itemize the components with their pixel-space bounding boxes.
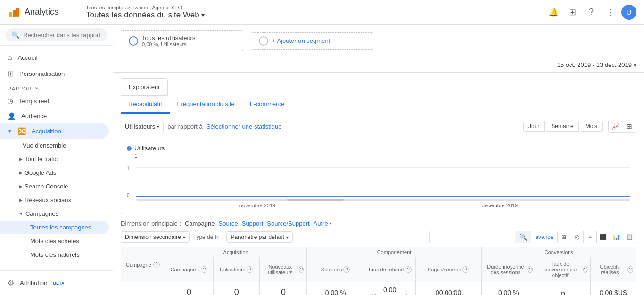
utilisateurs-info-icon[interactable]: ? [201, 266, 207, 273]
apps-icon-btn[interactable]: ⊞ [565, 5, 580, 20]
table-search-input[interactable] [430, 232, 515, 242]
chart-line-view-btn[interactable]: 📈 [608, 120, 622, 133]
sidebar-search-input[interactable] [23, 32, 101, 39]
pages-session-info-icon[interactable]: ? [405, 266, 412, 273]
time-btn-mois[interactable]: Mois [581, 121, 603, 132]
duree-value: 00:00:00 [419, 289, 479, 295]
utilisateurs-sort-icon: ↓ [197, 267, 199, 272]
sidebar-item-toutes-campagnes[interactable]: Toutes les campagnes [0, 221, 109, 234]
table-view-btn-5[interactable]: 📊 [610, 231, 623, 243]
svg-text:1: 1 [127, 166, 130, 171]
tab-frequentation[interactable]: Fréquentation du site [170, 96, 242, 114]
tab-ecommerce[interactable]: E-commerce [242, 96, 292, 114]
sidebar-item-attribution[interactable]: ⚙ Attribution BETA [0, 275, 113, 291]
tab-recapitulatif[interactable]: Récapitulatif [121, 96, 170, 114]
th-objectifs: Taux de conversion par objectif ? [536, 257, 590, 282]
notification-icon-btn[interactable]: 🔔 [546, 5, 561, 20]
table-view-btn-3[interactable]: ≡ [584, 231, 597, 243]
td-taux-conv: 0,00 % Valeur moy. pour la vue: 0,00 % (… [481, 282, 536, 295]
table-view-btn-6[interactable]: 📋 [623, 231, 636, 243]
table-row: 0 % du total: 0,00 % (6827) 0 % du total… [121, 282, 636, 295]
th-utilisateurs[interactable]: Campagne ↓ ? [165, 257, 213, 282]
sidebar-search-icon: 🔍 [11, 31, 19, 39]
explorer-tab[interactable]: Explorateur [121, 78, 168, 96]
sort-selector[interactable]: Paramètre par défaut ▾ [226, 231, 292, 243]
sidebar-item-vue-ensemble[interactable]: Vue d'ensemble [0, 139, 113, 152]
time-btn-jour[interactable]: Jour [523, 121, 545, 132]
date-range-selector[interactable]: 15 oct. 2019 - 13 déc. 2019 ▾ [557, 61, 636, 68]
taux-rebond-info-icon[interactable]: ? [343, 266, 350, 273]
search-console-arrow: ▶ [19, 184, 23, 189]
chart-metric-label: Utilisateurs [134, 145, 165, 152]
sidebar-item-search-console[interactable]: ▶ Search Console [0, 180, 113, 193]
table-view-btn-1[interactable]: ⊞ [557, 231, 570, 243]
chart-month-1: novembre 2019 [239, 203, 275, 208]
select-stat-link[interactable]: Sélectionner une statistique [206, 123, 282, 130]
sidebar-item-audience[interactable]: 👤 Audience [0, 108, 113, 123]
td-utilisateurs: 0 % du total: 0,00 % (6827) [165, 282, 213, 295]
sidebar-item-acquisition[interactable]: ▼ 🔀 Acquisition [0, 123, 109, 139]
metric-selector[interactable]: Utilisateurs ▾ [121, 121, 164, 132]
breadcrumb-dropdown-icon: ▾ [201, 11, 205, 19]
sidebar-item-temps-reel[interactable]: ◷ Temps réel [0, 93, 113, 108]
avance-link[interactable]: avancé [535, 234, 553, 240]
dim-source[interactable]: Source [219, 220, 238, 227]
dim-campagne[interactable]: Campagne [185, 220, 215, 227]
campagnes-arrow: ▼ [19, 211, 24, 216]
sidebar-item-personnalisation[interactable]: ⊞ Personnalisation [0, 66, 113, 82]
content-area: Tous les utilisateurs 0,00 %, Utilisateu… [113, 25, 644, 295]
sidebar-item-campagnes[interactable]: ▼ Campagnes [0, 207, 113, 221]
taux-conv-info-icon[interactable]: ? [528, 266, 532, 273]
help-icon-btn[interactable]: ? [584, 5, 599, 20]
sort-arrow: ▾ [286, 235, 289, 240]
th-sessions: Nouveaux utilisateurs ? [260, 257, 307, 282]
taux-rebond-value: 0,00 % [310, 289, 361, 295]
td-objectifs: 0 % du total: 0,00 % (0) [536, 282, 590, 295]
dim-source-support[interactable]: Source/Support [267, 220, 309, 227]
avatar[interactable]: U [621, 5, 636, 20]
th-pages-session: Taux de rebond ? [364, 257, 415, 282]
sidebar-item-reseaux-sociaux[interactable]: ▶ Réseaux sociaux [0, 193, 113, 207]
sidebar-item-tout-trafic[interactable]: ▶ Tout le trafic [0, 152, 113, 166]
svg-rect-2 [16, 8, 19, 17]
dim-support[interactable]: Support [242, 220, 264, 227]
segment-1[interactable]: Tous les utilisateurs 0,00 %, Utilisateu… [121, 30, 243, 51]
segment-add[interactable]: + Ajouter un segment [251, 32, 373, 50]
tout-trafic-arrow: ▶ [19, 156, 23, 162]
dimension-secondaire-selector[interactable]: Dimension secondaire ▾ [121, 231, 190, 243]
duree-info-icon[interactable]: ? [462, 266, 469, 273]
segment-1-label: Tous les utilisateurs [142, 34, 195, 41]
personnalisation-icon: ⊞ [8, 69, 14, 78]
sessions-value: 0 [263, 287, 304, 295]
th-duree: Pages/session ? [415, 257, 481, 282]
sessions-info-icon[interactable]: ? [299, 266, 304, 273]
time-btn-semaine[interactable]: Semaine [546, 121, 578, 132]
th-campagne: Campagne ? [121, 247, 165, 282]
campagne-info-icon[interactable]: ? [153, 262, 160, 268]
chart-table-view-btn[interactable]: ⊞ [622, 120, 636, 133]
more-icon-btn[interactable]: ⋮ [603, 5, 618, 20]
reseaux-sociaux-arrow: ▶ [19, 197, 23, 203]
segment-1-sub: 0,00 %, Utilisateurs [142, 41, 195, 47]
valeur-info-icon[interactable]: ? [627, 266, 633, 273]
google-ads-arrow: ▶ [19, 170, 23, 175]
segment-1-circle [129, 36, 138, 46]
temps-reel-icon: ◷ [8, 97, 13, 105]
sidebar-item-accueil[interactable]: ⌂ Accueil [0, 49, 113, 66]
th-group-comportement: Comportement [307, 247, 481, 257]
vs-text: par rapport à [167, 123, 202, 130]
breadcrumb-main[interactable]: Toutes les données du site Web ▾ [86, 10, 546, 20]
table-search-submit[interactable]: 🔍 [515, 231, 531, 243]
data-table: Campagne ? Acquisition Comportement Conv… [121, 247, 636, 295]
th-group-acquisition: Acquisition [165, 247, 307, 257]
objectifs-info-icon[interactable]: ? [583, 266, 587, 273]
dim-autre-dropdown[interactable]: Autre ▾ [314, 220, 331, 227]
sidebar-item-google-ads[interactable]: ▶ Google Ads [0, 166, 113, 180]
table-view-btn-4[interactable]: ⬛ [597, 231, 610, 243]
nouveaux-utilisateurs-info-icon[interactable]: ? [247, 266, 253, 273]
sidebar-item-mots-cles-naturels[interactable]: Mots clés naturels [0, 248, 113, 262]
nouveaux-value: 0 [216, 287, 256, 295]
td-campagne [121, 282, 165, 295]
sidebar-item-mots-cles-achetes[interactable]: Mots clés achetés [0, 234, 113, 248]
table-view-btn-2[interactable]: ◎ [570, 231, 584, 243]
